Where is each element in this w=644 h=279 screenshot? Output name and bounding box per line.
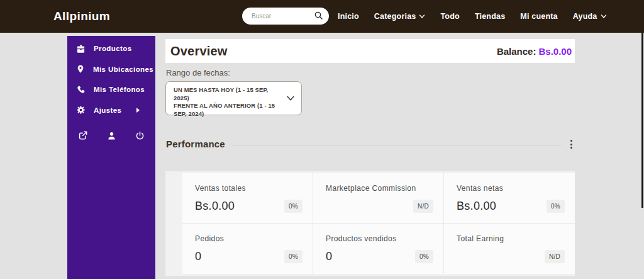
power-icon xyxy=(135,131,145,142)
metric-value: 0 xyxy=(326,250,332,263)
kebab-menu-icon[interactable] xyxy=(568,139,575,150)
performance-title: Performance xyxy=(166,139,225,149)
metric-badge: 0% xyxy=(284,250,303,263)
sidebar-item-mis-telefonos[interactable]: Mis Teléfonos xyxy=(67,79,155,100)
sidebar-footer xyxy=(67,130,155,142)
balance: Balance:Bs.0.00 xyxy=(497,46,572,57)
balance-value: Bs.0.00 xyxy=(538,46,572,57)
metric-badge: 0% xyxy=(415,250,433,263)
metric-card-ventas-totales: Ventas totales Bs.0.00 0% xyxy=(182,173,313,224)
balance-label: Balance: xyxy=(497,46,536,57)
sidebar-item-label: Mis Ubicaciones xyxy=(93,65,153,73)
app-logo[interactable]: Allpinium xyxy=(53,0,110,33)
metric-badge: N/D xyxy=(545,250,565,263)
date-range-select[interactable]: UN MES HASTA HOY (1 - 15 SEP, 2025) FREN… xyxy=(165,81,302,115)
date-range-label: Rango de fechas: xyxy=(166,68,230,77)
sidebar-item-mis-ubicaciones[interactable]: Mis Ubicaciones xyxy=(67,59,155,80)
sidebar-item-label: Ajustes xyxy=(94,106,121,114)
user-icon xyxy=(107,131,116,142)
sidebar-item-productos[interactable]: Productos xyxy=(67,38,155,59)
external-link-button[interactable] xyxy=(78,130,88,142)
sidebar: Productos Mis Ubicaciones Mis Teléfonos xyxy=(67,36,155,279)
divider xyxy=(233,145,562,145)
gear-icon xyxy=(76,105,86,115)
metric-card-pedidos: Pedidos 0 0% xyxy=(182,224,313,274)
main-content: Overview Balance:Bs.0.00 Rango de fechas… xyxy=(165,0,575,279)
metric-card-productos-vendidos: Productos vendidos 0 0% xyxy=(313,224,444,274)
metric-label: Ventas totales xyxy=(195,184,303,193)
briefcase-icon xyxy=(76,44,86,54)
metric-label: Pedidos xyxy=(195,234,303,243)
chevron-down-icon xyxy=(601,14,607,19)
performance-section-header: Performance xyxy=(166,137,575,150)
page-title: Overview xyxy=(170,44,228,59)
metric-card-total-earning: Total Earning N/D xyxy=(444,224,575,274)
metric-label: Total Earning xyxy=(457,234,565,243)
metric-value: Bs.0.00 xyxy=(457,200,496,213)
metric-badge: 0% xyxy=(547,200,565,213)
metric-card-marketplace-commission: Marketplace Commission N/D xyxy=(313,173,444,224)
metric-label: Productos vendidos xyxy=(326,234,433,243)
performance-cards-panel: Ventas totales Bs.0.00 0% Marketplace Co… xyxy=(165,171,575,276)
date-range-option-line2: FRENTE AL AÑO ANTERIOR (1 - 15 SEP, 2024… xyxy=(174,102,282,118)
nav-item-ayuda[interactable]: Ayuda xyxy=(573,12,607,21)
caret-right-icon xyxy=(136,108,140,113)
metrics-grid: Ventas totales Bs.0.00 0% Marketplace Co… xyxy=(182,173,575,274)
app-screen: Allpinium Inicio Categorias xyxy=(0,0,644,279)
sidebar-item-label: Productos xyxy=(94,45,131,52)
metric-badge: 0% xyxy=(284,200,303,213)
overview-header: Overview Balance:Bs.0.00 xyxy=(165,39,575,63)
chevron-down-icon xyxy=(286,93,295,104)
metric-card-ventas-netas: Ventas netas Bs.0.00 0% xyxy=(444,173,575,224)
sidebar-item-ajustes[interactable]: Ajustes xyxy=(67,100,155,121)
phone-icon xyxy=(76,85,86,94)
sidebar-item-label: Mis Teléfonos xyxy=(94,86,145,93)
user-account-button[interactable] xyxy=(107,130,116,142)
external-link-icon xyxy=(78,130,88,142)
metric-badge: N/D xyxy=(413,200,433,213)
metric-label: Ventas netas xyxy=(457,184,565,193)
logout-button[interactable] xyxy=(135,130,145,142)
metric-label: Marketplace Commission xyxy=(326,184,433,193)
metric-value: Bs.0.00 xyxy=(195,200,235,213)
metric-value: 0 xyxy=(195,250,201,263)
scrollbar-thumb[interactable] xyxy=(641,33,643,208)
date-range-option-line1: UN MES HASTA HOY (1 - 15 SEP, 2025) xyxy=(174,86,282,102)
map-marker-icon xyxy=(76,64,85,74)
